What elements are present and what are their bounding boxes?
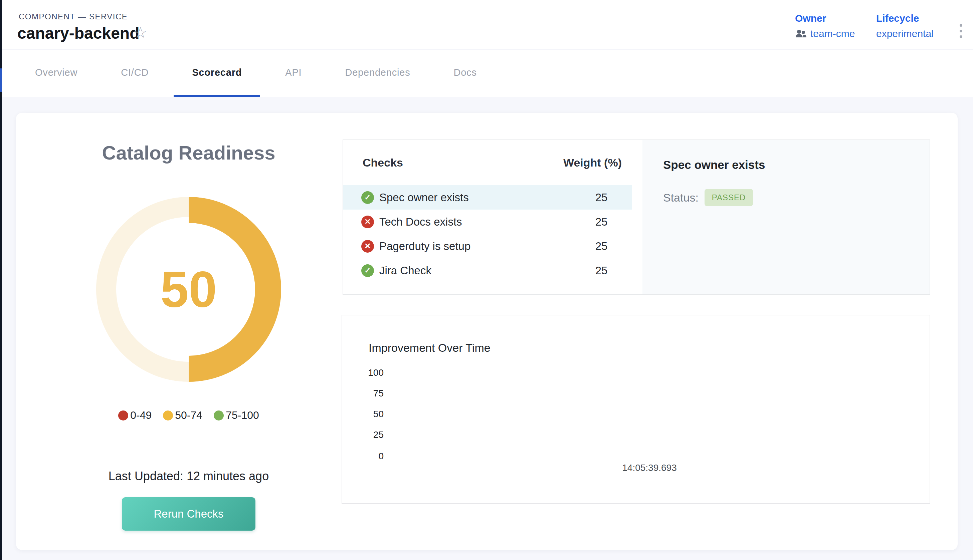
check-weight: 25 [581,191,621,204]
last-updated-text: Last Updated: 12 minutes ago [16,469,361,483]
y-axis-tick: 25 [355,430,384,440]
status-label: Status: [663,191,699,204]
check-passed-icon: ✓ [361,264,374,277]
check-detail-panel: Spec owner exists Status: PASSED [643,140,930,294]
rerun-checks-button[interactable]: Rerun Checks [122,497,255,531]
tab-api[interactable]: API [267,50,320,97]
checks-list: Checks Weight (%) ✓ Spec owner exists 25… [343,140,643,294]
check-row-pagerduty[interactable]: ✕ Pagerduty is setup 25 [343,234,632,258]
tab-docs[interactable]: Docs [435,50,495,97]
checks-column-header: Checks [363,156,403,169]
tab-scorecard[interactable]: Scorecard [174,50,260,97]
owner-link[interactable]: team-cme [810,28,855,39]
y-axis-tick: 0 [355,451,384,462]
check-row-tech-docs[interactable]: ✕ Tech Docs exists 25 [343,210,632,234]
check-weight: 25 [581,216,621,228]
owner-block: Owner team-cme [795,13,855,39]
readiness-gauge: 50 [92,193,285,386]
entity-kind-breadcrumb: COMPONENT — SERVICE [19,12,128,22]
improvement-chart: Improvement Over Time 100 75 50 25 0 14:… [342,315,930,504]
legend-item-high: 75-100 [214,409,259,422]
status-badge: PASSED [704,189,753,206]
weight-column-header: Weight (%) [555,156,622,169]
legend-label: 0-49 [130,409,152,422]
tab-dependencies[interactable]: Dependencies [327,50,428,97]
check-label: Pagerduty is setup [379,240,471,253]
lifecycle-label: Lifecycle [876,13,934,24]
check-weight: 25 [581,264,621,277]
check-label: Jira Check [379,264,431,277]
check-weight: 25 [581,240,621,253]
legend-item-mid: 50-74 [163,409,202,422]
window-edge-accent [0,68,2,92]
y-axis-tick: 100 [355,367,384,378]
app-header: COMPONENT — SERVICE canary-backend ☆ Own… [0,0,973,49]
legend-dot-red [118,410,128,420]
check-label: Tech Docs exists [379,216,462,228]
gauge-value: 50 [92,193,285,386]
y-axis-tick: 50 [355,409,384,420]
owner-label: Owner [795,13,855,24]
legend-label: 75-100 [226,409,259,422]
checks-panel: Checks Weight (%) ✓ Spec owner exists 25… [342,140,930,295]
gauge-legend: 0-49 50-74 75-100 [16,409,361,422]
legend-label: 50-74 [175,409,202,422]
check-row-jira[interactable]: ✓ Jira Check 25 [343,258,632,283]
check-failed-icon: ✕ [361,240,374,253]
y-axis-tick: 75 [355,388,384,399]
scorecard-title: Catalog Readiness [16,142,361,164]
scorecard-card: Catalog Readiness 50 0-49 50-74 75-100 L… [16,113,958,550]
lifecycle-value: experimental [876,28,934,39]
tab-overview[interactable]: Overview [17,50,96,97]
tab-bar: Overview CI/CD Scorecard API Dependencie… [0,50,973,97]
favorite-star-icon[interactable]: ☆ [134,25,147,40]
page-title: canary-backend [17,24,140,42]
check-failed-icon: ✕ [361,216,374,228]
x-axis-tick: 14:05:39.693 [613,463,686,473]
legend-item-low: 0-49 [118,409,152,422]
legend-dot-yellow [163,410,173,420]
check-label: Spec owner exists [379,191,469,204]
check-detail-title: Spec owner exists [663,158,930,172]
legend-dot-green [214,410,224,420]
lifecycle-block: Lifecycle experimental [876,13,934,39]
check-row-spec-owner[interactable]: ✓ Spec owner exists 25 [343,185,632,210]
check-passed-icon: ✓ [361,191,374,204]
chart-title: Improvement Over Time [369,342,491,354]
tab-cicd[interactable]: CI/CD [102,50,167,97]
team-icon [795,29,807,38]
more-options-kebab-icon[interactable] [954,19,968,43]
checks-header: Checks Weight (%) [343,140,643,185]
